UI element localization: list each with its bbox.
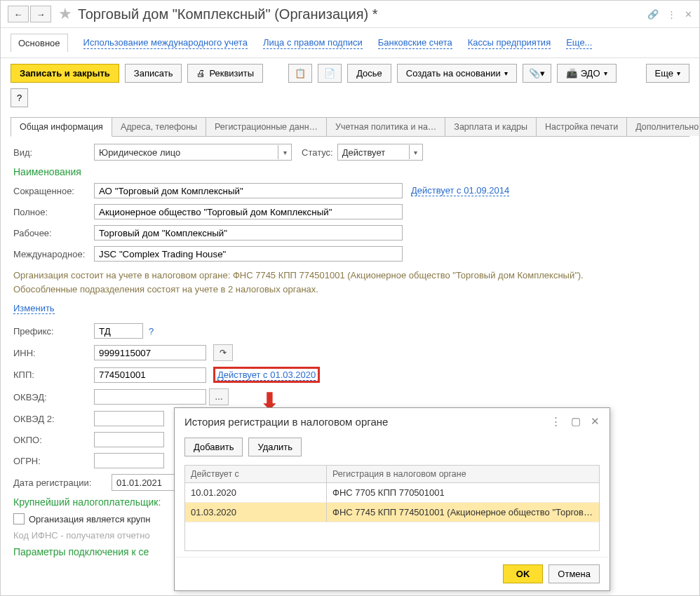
status-label: Статус: <box>302 147 333 158</box>
more-button[interactable]: Еще ▾ <box>646 64 689 83</box>
edo-icon: 📠 <box>566 68 577 79</box>
work-label: Рабочее: <box>13 228 94 238</box>
intl-label: Международное: <box>13 249 94 259</box>
save-button[interactable]: Записать <box>125 64 182 83</box>
kpp-valid-from-link[interactable]: Действует с 01.03.2020 <box>217 370 316 381</box>
history-popup: История регистрации в налоговом органе ⋮… <box>174 407 610 591</box>
kpp-label: КПП: <box>13 370 94 380</box>
nav-main[interactable]: Основное <box>11 34 68 52</box>
change-link[interactable]: Изменить <box>13 303 55 314</box>
dossier-button[interactable]: Досье <box>347 64 391 83</box>
popup-close-icon[interactable]: ✕ <box>591 415 600 428</box>
intl-name-input[interactable] <box>94 246 403 262</box>
window-title: Торговый дом "Комплексный" (Организация)… <box>78 6 377 22</box>
tab-general[interactable]: Общая информация <box>11 117 112 137</box>
bigtaxpayer-checkbox[interactable] <box>13 513 25 524</box>
popup-ok-button[interactable]: OK <box>503 564 544 583</box>
popup-delete-button[interactable]: Удалить <box>248 438 302 456</box>
nav-bank[interactable]: Банковские счета <box>378 37 452 49</box>
nav-cash[interactable]: Кассы предприятия <box>468 37 551 49</box>
chevron-down-icon: ▾ <box>278 145 291 159</box>
status-select[interactable]: Действует ▾ <box>337 144 423 161</box>
popup-cancel-button[interactable]: Отмена <box>548 564 600 583</box>
popup-title: История регистрации в налоговом органе <box>184 416 551 428</box>
names-section-title: Наименования <box>13 166 687 177</box>
nav-intl[interactable]: Использование международного учета <box>83 37 248 49</box>
regdate-input[interactable]: 01.01.2021 <box>112 474 183 491</box>
table-header-reg: Регистрация в налоговом органе <box>327 466 599 482</box>
okpo-input[interactable] <box>94 432 164 447</box>
popup-kebab-icon[interactable]: ⋮ <box>551 415 561 428</box>
help-button[interactable]: ? <box>11 88 28 107</box>
short-valid-from-link[interactable]: Действует с 01.09.2014 <box>411 185 509 196</box>
copy-button[interactable]: 📋 <box>288 64 312 83</box>
okpo-label: ОКПО: <box>13 435 94 445</box>
table-header-date: Действует с <box>185 466 327 482</box>
okved-picker-button[interactable]: … <box>209 388 229 405</box>
full-label: Полное: <box>13 207 94 217</box>
tax-office-info: Организация состоит на учете в налоговом… <box>13 269 595 296</box>
forward-button[interactable]: → <box>30 6 51 22</box>
short-label: Сокращенное: <box>13 186 94 196</box>
table-row[interactable]: 01.03.2020 ФНС 7745 КПП 774501001 (Акцио… <box>185 503 599 522</box>
kind-select[interactable]: Юридическое лицо ▾ <box>94 144 292 161</box>
okved2-label: ОКВЭД 2: <box>13 414 94 424</box>
chevron-down-icon: ▾ <box>504 69 508 77</box>
nav-signers[interactable]: Лица с правом подписи <box>263 37 363 49</box>
okved2-input[interactable] <box>94 411 164 426</box>
prefix-help-link[interactable]: ? <box>149 326 154 337</box>
tab-additional[interactable]: Дополнительно <box>626 117 700 136</box>
create-based-button[interactable]: Создать на основании ▾ <box>397 64 517 83</box>
prefix-label: Префикс: <box>13 326 94 337</box>
favorite-star-icon[interactable]: ★ <box>58 5 72 23</box>
inn-input[interactable] <box>94 345 206 360</box>
chevron-down-icon: ▾ <box>409 145 422 159</box>
table-row[interactable]: 10.01.2020 ФНС 7705 КПП 770501001 <box>185 483 599 503</box>
tab-policy[interactable]: Учетная политика и на… <box>326 117 445 136</box>
inn-action-button[interactable]: ↷ <box>213 344 233 361</box>
edo-button[interactable]: 📠 ЭДО ▾ <box>557 64 617 83</box>
props-button[interactable]: 🖨Реквизиты <box>187 64 263 83</box>
regdate-label: Дата регистрации: <box>13 478 112 488</box>
popup-maximize-icon[interactable]: ▢ <box>571 415 581 428</box>
tab-hr[interactable]: Зарплата и кадры <box>445 117 537 136</box>
work-name-input[interactable] <box>94 225 403 241</box>
popup-add-button[interactable]: Добавить <box>184 438 243 456</box>
back-button[interactable]: ← <box>8 6 29 22</box>
prefix-input[interactable] <box>94 323 143 339</box>
full-name-input[interactable] <box>94 204 403 219</box>
doc-button[interactable]: 📄 <box>318 64 342 83</box>
tab-registration[interactable]: Регистрационные данн… <box>206 117 327 136</box>
kebab-icon[interactable]: ⋮ <box>667 9 676 20</box>
kind-label: Вид: <box>13 147 94 158</box>
okved-label: ОКВЭД: <box>13 392 94 402</box>
bigtaxpayer-check-label: Организация является крупн <box>29 514 151 524</box>
tab-addresses[interactable]: Адреса, телефоны <box>112 117 206 136</box>
inn-label: ИНН: <box>13 348 94 358</box>
okved-input[interactable] <box>94 389 206 405</box>
short-name-input[interactable] <box>94 183 403 198</box>
nav-more[interactable]: Еще... <box>566 37 592 49</box>
ogrn-input[interactable] <box>94 453 164 468</box>
attach-button[interactable]: 📎▾ <box>523 64 551 83</box>
close-icon[interactable]: ✕ <box>685 9 692 20</box>
tab-print[interactable]: Настройка печати <box>536 117 627 136</box>
kpp-input[interactable] <box>94 367 206 383</box>
link-icon[interactable]: 🔗 <box>647 9 659 20</box>
print-icon: 🖨 <box>196 68 206 79</box>
save-close-button[interactable]: Записать и закрыть <box>11 64 119 83</box>
ogrn-label: ОГРН: <box>13 456 94 466</box>
history-table: Действует с Регистрация в налоговом орга… <box>184 465 600 551</box>
